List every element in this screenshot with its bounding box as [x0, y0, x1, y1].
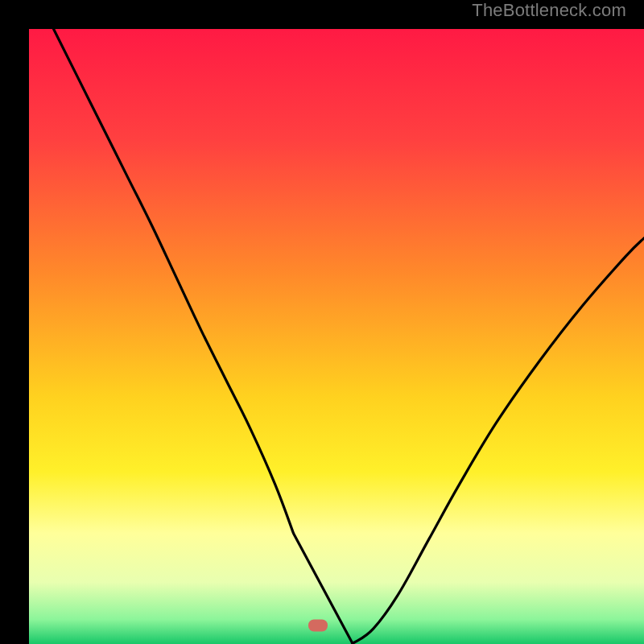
chart-frame [14, 14, 630, 630]
optimal-marker [308, 620, 328, 632]
gradient-background [29, 29, 644, 644]
bottleneck-chart [29, 29, 644, 644]
watermark-text: TheBottleneck.com [472, 0, 626, 21]
